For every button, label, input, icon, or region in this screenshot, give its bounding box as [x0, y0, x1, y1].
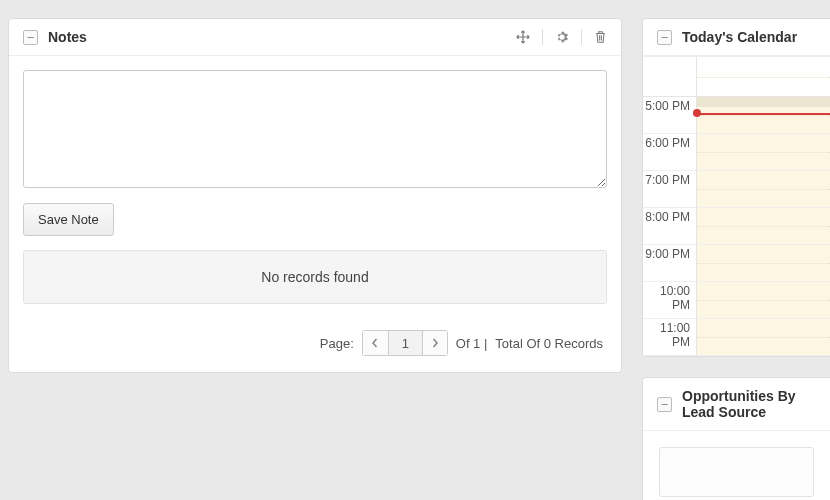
pager-prev-button[interactable]	[362, 330, 388, 356]
calendar-panel: − Today's Calendar 5:00 PM6:00 PM7:00 PM…	[642, 18, 830, 357]
calendar-time-label: 5:00 PM	[643, 97, 697, 134]
calendar-panel-header: − Today's Calendar	[643, 19, 830, 56]
calendar-hour-row: 11:00 PM	[643, 319, 830, 356]
calendar-hour-cell[interactable]	[697, 171, 830, 208]
calendar-hour-row: 9:00 PM	[643, 245, 830, 282]
pager-next-button[interactable]	[422, 330, 448, 356]
calendar-hour-cell[interactable]	[697, 134, 830, 171]
note-textarea[interactable]	[23, 70, 607, 188]
calendar-hour-row: 6:00 PM	[643, 134, 830, 171]
calendar-time-label: 8:00 PM	[643, 208, 697, 245]
collapse-toggle[interactable]: −	[657, 30, 672, 45]
collapse-toggle[interactable]: −	[657, 397, 672, 412]
calendar-past-shade	[697, 97, 830, 107]
opportunities-panel-header: − Opportunities By Lead Source	[643, 378, 830, 431]
calendar-time-label: 7:00 PM	[643, 171, 697, 208]
gear-icon[interactable]	[555, 30, 569, 44]
calendar-hour-row: 10:00 PM	[643, 282, 830, 319]
calendar-time-label: 11:00 PM	[643, 319, 697, 356]
opportunities-body	[643, 431, 830, 500]
pager-page-label: Page:	[320, 336, 354, 351]
pager-of-text: Of 1 |	[456, 336, 488, 351]
calendar-allday-cell[interactable]	[697, 57, 830, 97]
pager-current-input[interactable]	[388, 330, 422, 356]
calendar-time-label: 10:00 PM	[643, 282, 697, 319]
panel-title: Today's Calendar	[682, 29, 816, 45]
opportunities-chart-placeholder	[659, 447, 814, 497]
notes-panel-body: Save Note No records found	[9, 56, 621, 318]
calendar-hour-cell[interactable]	[697, 97, 830, 134]
calendar-hour-row: 7:00 PM	[643, 171, 830, 208]
calendar-hour-cell[interactable]	[697, 319, 830, 356]
calendar-time-label: 6:00 PM	[643, 134, 697, 171]
pager: Page: Of 1 | Total Of 0 Records	[9, 318, 621, 372]
calendar-now-line	[697, 113, 830, 115]
divider	[581, 29, 582, 45]
opportunities-panel: − Opportunities By Lead Source	[642, 377, 830, 500]
calendar-allday-gutter	[643, 57, 697, 97]
calendar-allday-row	[643, 57, 830, 97]
pager-controls	[362, 330, 448, 356]
calendar-hour-cell[interactable]	[697, 245, 830, 282]
move-icon[interactable]	[516, 30, 530, 44]
collapse-toggle[interactable]: −	[23, 30, 38, 45]
save-note-button[interactable]: Save Note	[23, 203, 114, 236]
pager-total-text: Total Of 0 Records	[495, 336, 603, 351]
trash-icon[interactable]	[594, 30, 607, 44]
calendar-now-indicator	[693, 109, 701, 117]
notes-panel-header: − Notes	[9, 19, 621, 56]
calendar-time-label: 9:00 PM	[643, 245, 697, 282]
notes-panel: − Notes	[8, 18, 622, 373]
divider	[542, 29, 543, 45]
panel-tools	[516, 29, 607, 45]
panel-title: Opportunities By Lead Source	[682, 388, 816, 420]
calendar-hour-row: 8:00 PM	[643, 208, 830, 245]
calendar-hour-row: 5:00 PM	[643, 97, 830, 134]
no-records-banner: No records found	[23, 250, 607, 304]
calendar-hour-cell[interactable]	[697, 208, 830, 245]
panel-title: Notes	[48, 29, 516, 45]
calendar-hour-cell[interactable]	[697, 282, 830, 319]
calendar-body: 5:00 PM6:00 PM7:00 PM8:00 PM9:00 PM10:00…	[643, 56, 830, 356]
